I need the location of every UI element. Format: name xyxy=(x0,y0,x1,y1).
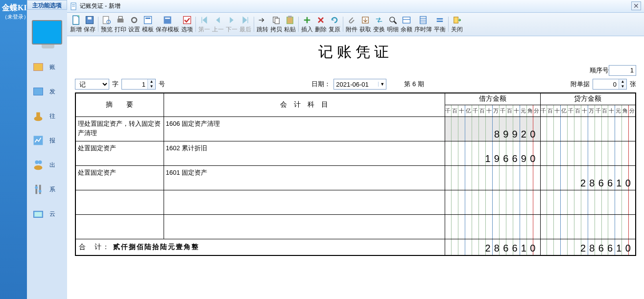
seq-value[interactable]: 1 xyxy=(609,65,636,76)
mdi-title-text: 记账凭证 - 新增 xyxy=(80,2,120,10)
header-debit: 借方金额 xyxy=(445,93,540,105)
attach-spin-down[interactable]: ▼ xyxy=(619,84,626,89)
debit-cell[interactable] xyxy=(445,190,540,214)
toolbar-label: 预览 xyxy=(101,25,113,34)
subject-cell[interactable] xyxy=(164,214,445,239)
toolbar-detail-button[interactable]: 明细 xyxy=(386,14,400,35)
header-credit: 贷方金额 xyxy=(540,93,636,105)
toolbar-label: 设置 xyxy=(128,25,140,34)
toolbar-savetpl-button[interactable]: 保存模板 xyxy=(155,14,180,35)
credit-cell[interactable]: 286610 xyxy=(540,165,636,190)
toolbar-setup-button[interactable]: 设置 xyxy=(127,14,141,35)
nav-label: 往 xyxy=(49,112,55,120)
svg-rect-22 xyxy=(118,19,124,23)
credit-cell[interactable] xyxy=(540,116,636,141)
toolbar-sortno-button[interactable]: 序时簿 xyxy=(413,14,433,35)
date-dropdown-icon[interactable]: ▼ xyxy=(378,82,386,87)
nav-item-1[interactable]: 发 xyxy=(27,79,67,104)
attach-spinner[interactable]: ▲▼ xyxy=(593,79,627,90)
attach-spin-up[interactable]: ▲ xyxy=(619,79,626,84)
toolbar-label: 变换 xyxy=(373,25,385,34)
toolbar-paste-button[interactable]: 粘贴 xyxy=(283,14,297,35)
voucher-number-spinner[interactable]: ▲▼ xyxy=(121,79,156,90)
date-picker[interactable]: ▼ xyxy=(334,79,386,90)
nav-item-6[interactable]: 云 xyxy=(27,202,67,226)
nav-icon-3 xyxy=(30,132,47,149)
no-label: 号 xyxy=(159,80,165,89)
spin-up[interactable]: ▲ xyxy=(148,79,155,84)
toolbar-label: 附件 xyxy=(346,25,358,34)
toolbar-label: 选项 xyxy=(181,25,193,34)
toolbar-restore-button[interactable]: 复原 xyxy=(328,14,341,35)
debit-cell[interactable]: 196690 xyxy=(445,141,540,165)
summary-cell[interactable] xyxy=(75,190,164,214)
voucher-row[interactable]: 处置固定资产1601 固定资产286610 xyxy=(75,165,636,190)
voucher-number-input[interactable] xyxy=(122,81,147,88)
toolbar-label: 保存 xyxy=(84,25,95,34)
nav-item-4[interactable]: 出 xyxy=(27,153,67,177)
print-icon xyxy=(116,15,125,25)
nav-header: 主功能选项 xyxy=(27,0,67,10)
spin-down[interactable]: ▼ xyxy=(148,84,155,89)
attach-input[interactable] xyxy=(593,81,619,88)
nav-label: 出 xyxy=(49,161,55,169)
close-icon xyxy=(452,15,462,25)
summary-cell[interactable]: 处置固定资产 xyxy=(75,141,164,165)
toolbar-attach-button[interactable]: 附件 xyxy=(345,14,358,35)
nav-item-3[interactable]: 报 xyxy=(27,128,67,153)
toolbar-close-button[interactable]: 关闭 xyxy=(450,14,464,35)
toolbar-fetch-button[interactable]: 获取 xyxy=(358,14,372,35)
nav-monitor-icon[interactable] xyxy=(27,10,67,55)
summary-cell[interactable]: 理处置固定资产，转入固定资产清理 xyxy=(75,116,164,141)
debit-cell[interactable] xyxy=(445,214,540,239)
toolbar-save-button[interactable]: 保存 xyxy=(83,14,96,35)
attach-icon xyxy=(347,15,357,25)
prev-icon xyxy=(213,15,223,25)
toolbar-jump-button[interactable]: 跳转 xyxy=(256,14,269,35)
date-input[interactable] xyxy=(334,81,378,88)
summary-cell[interactable] xyxy=(75,214,164,239)
toolbar-options-button[interactable]: 选项 xyxy=(180,14,194,35)
voucher-row[interactable] xyxy=(75,190,636,214)
debit-cell[interactable]: 89920 xyxy=(445,116,540,141)
nav-item-0[interactable]: 账 xyxy=(27,55,67,79)
voucher-table: 摘 要 会 计 科 目 借方金额 贷方金额 千百十亿千百十万千百十元角分 千百十… xyxy=(75,92,636,256)
toolbar-balance2-button[interactable]: 平衡 xyxy=(433,14,447,35)
subject-cell[interactable] xyxy=(164,190,445,214)
subject-cell[interactable]: 1606 固定资产清理 xyxy=(164,116,445,141)
toolbar-convert-button[interactable]: 变换 xyxy=(372,14,386,35)
toolbar-last-button: 最后 xyxy=(239,14,252,35)
voucher-word-select[interactable]: 记 xyxy=(75,79,109,90)
voucher-row[interactable]: 处置固定资产1602 累计折旧196690 xyxy=(75,141,636,165)
mdi-close-button[interactable]: ✕ xyxy=(631,1,641,10)
toolbar-print-button[interactable]: 打印 xyxy=(114,14,127,35)
paste-icon xyxy=(285,15,295,25)
toolbar-new-button[interactable]: 新增 xyxy=(69,14,83,35)
nav-item-2[interactable]: 往 xyxy=(27,104,67,128)
credit-cell[interactable] xyxy=(540,190,636,214)
toolbar: 新增保存预览打印设置模板保存模板选项第一上一下一最后跳转拷贝粘贴插入删除复原附件… xyxy=(67,13,644,36)
subject-cell[interactable]: 1601 固定资产 xyxy=(164,165,445,190)
options-icon xyxy=(182,15,192,25)
nav-item-5[interactable]: 系 xyxy=(27,177,67,202)
toolbar-preview-button[interactable]: 预览 xyxy=(100,14,114,35)
toolbar-insert-button[interactable]: 插入 xyxy=(300,14,314,35)
voucher-row[interactable]: 理处置固定资产，转入固定资产清理1606 固定资产清理89920 xyxy=(75,116,636,141)
toolbar-label: 上一 xyxy=(212,25,224,34)
debit-cell[interactable] xyxy=(445,165,540,190)
attach-unit: 张 xyxy=(630,80,636,89)
subject-cell[interactable]: 1602 累计折旧 xyxy=(164,141,445,165)
voucher-row[interactable] xyxy=(75,214,636,239)
toolbar-prev-button: 上一 xyxy=(211,14,225,35)
toolbar-label: 余额 xyxy=(401,25,412,34)
summary-cell[interactable]: 处置固定资产 xyxy=(75,165,164,190)
toolbar-next-button: 下一 xyxy=(225,14,239,35)
credit-cell[interactable] xyxy=(540,141,636,165)
toolbar-balance-button[interactable]: 余额 xyxy=(400,14,413,35)
total-debit: 286610 xyxy=(445,239,540,255)
toolbar-copy-button[interactable]: 拷贝 xyxy=(269,14,283,35)
credit-cell[interactable] xyxy=(540,214,636,239)
nav-icon-4 xyxy=(30,157,47,173)
toolbar-delete-button[interactable]: 删除 xyxy=(314,14,328,35)
toolbar-template-button[interactable]: 模板 xyxy=(141,14,155,35)
